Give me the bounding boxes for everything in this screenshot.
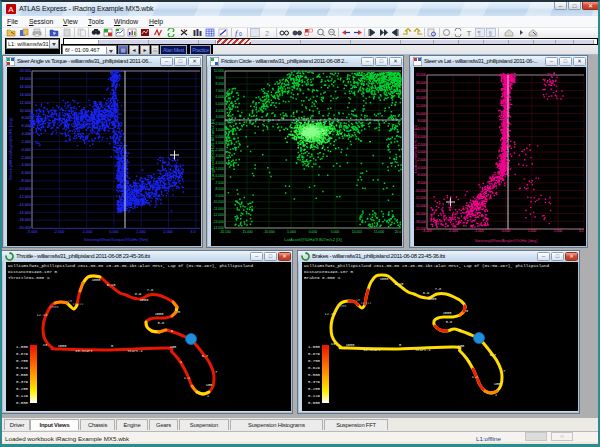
svg-text:20.000: 20.000 bbox=[416, 73, 426, 77]
svg-text:-9.000: -9.000 bbox=[214, 194, 224, 198]
svg-text:4.000: 4.000 bbox=[216, 109, 225, 113]
svg-text:5: 5 bbox=[466, 309, 468, 313]
svg-text:8.000: 8.000 bbox=[21, 116, 31, 120]
svg-text:-5.000: -5.000 bbox=[214, 167, 224, 171]
svg-text:6: 6 bbox=[459, 328, 461, 332]
svg-text:0.879: 0.879 bbox=[308, 352, 321, 356]
svg-text:-16.000: -16.000 bbox=[415, 212, 427, 216]
svg-text:-5.000: -5.000 bbox=[286, 230, 296, 234]
svg-text:15.000: 15.000 bbox=[374, 230, 384, 234]
svg-text:16.000: 16.000 bbox=[416, 89, 426, 93]
svg-text:Start-1: Start-1 bbox=[127, 349, 142, 353]
svg-text:13: 13 bbox=[331, 342, 335, 346]
svg-text:0.129: 0.129 bbox=[308, 394, 321, 398]
svg-text:¶: ¶ bbox=[478, 30, 481, 36]
svg-text:7: 7 bbox=[215, 370, 217, 374]
svg-text:0.879: 0.879 bbox=[16, 352, 29, 356]
svg-text:-18.000: -18.000 bbox=[18, 218, 31, 222]
svg-text:1.000: 1.000 bbox=[308, 345, 321, 349]
svg-text:10-11: 10-11 bbox=[73, 302, 84, 306]
svg-text:10: 10 bbox=[68, 299, 72, 303]
svg-text:7-8: 7-8 bbox=[147, 288, 153, 292]
svg-text:10.000: 10.000 bbox=[416, 112, 426, 116]
svg-text:A: A bbox=[8, 5, 14, 14]
svg-text:-15.000: -15.000 bbox=[241, 230, 253, 234]
svg-text:-8.000: -8.000 bbox=[20, 179, 31, 183]
svg-text:2.000: 2.000 bbox=[216, 122, 225, 126]
svg-text:7.000: 7.000 bbox=[216, 89, 225, 93]
svg-text:T: T bbox=[467, 29, 472, 38]
svg-text:Throttle=1.000 %: Throttle=1.000 % bbox=[8, 275, 50, 280]
svg-text:-10.000: -10.000 bbox=[263, 230, 275, 234]
svg-text:9-10: 9-10 bbox=[107, 283, 116, 287]
svg-text:-1.000: -1.000 bbox=[214, 141, 224, 145]
svg-text:5-6: 5-6 bbox=[158, 321, 164, 325]
svg-text:1: 1 bbox=[468, 359, 470, 363]
svg-text:-2.000: -2.000 bbox=[214, 148, 224, 152]
svg-text:-18.000: -18.000 bbox=[415, 220, 427, 224]
svg-text:5-6: 5-6 bbox=[446, 320, 452, 324]
svg-text:6-7: 6-7 bbox=[490, 353, 496, 357]
svg-text:4.000: 4.000 bbox=[21, 132, 31, 136]
svg-text:1.000: 1.000 bbox=[16, 345, 29, 349]
svg-text:9-10: 9-10 bbox=[395, 282, 404, 286]
svg-text:2.000: 2.000 bbox=[163, 230, 173, 234]
svg-text:0.000: 0.000 bbox=[502, 229, 511, 233]
svg-text:4.000: 4.000 bbox=[418, 135, 427, 139]
svg-text:SteeringWheelAngle@50Hz [deg]: SteeringWheelAngle@50Hz [deg] bbox=[8, 118, 13, 181]
svg-text:2: 2 bbox=[207, 394, 209, 398]
svg-text:5.000: 5.000 bbox=[331, 230, 340, 234]
svg-text:-6.000: -6.000 bbox=[20, 171, 31, 175]
svg-text:-3.000: -3.000 bbox=[422, 229, 432, 233]
svg-text:0.379: 0.379 bbox=[308, 380, 321, 384]
svg-text:williamsfw31_phillipisland 201: williamsfw31_phillipisland 2011-06-08 23… bbox=[8, 263, 253, 268]
svg-text:3.0: 3.0 bbox=[579, 229, 584, 233]
svg-text:-16.000: -16.000 bbox=[18, 211, 31, 215]
svg-text:0.000: 0.000 bbox=[309, 230, 318, 234]
svg-text:10.000: 10.000 bbox=[214, 69, 224, 73]
svg-text:7-8: 7-8 bbox=[435, 287, 441, 291]
svg-text:-10.000: -10.000 bbox=[213, 200, 225, 204]
svg-text:3.000: 3.000 bbox=[216, 115, 225, 119]
svg-text:-8.000: -8.000 bbox=[416, 181, 426, 185]
svg-text:1.000: 1.000 bbox=[528, 229, 537, 233]
svg-text:-14.000: -14.000 bbox=[18, 203, 31, 207]
svg-text:Distance=1498.107 m: Distance=1498.107 m bbox=[8, 269, 57, 274]
svg-text:0.629: 0.629 bbox=[16, 366, 29, 370]
svg-text:2000: 2000 bbox=[155, 312, 164, 316]
svg-text:13-Start: 13-Start bbox=[75, 349, 92, 353]
svg-text:Brake= 0.000 %: Brake= 0.000 % bbox=[304, 275, 341, 280]
svg-text:20.000: 20.000 bbox=[19, 69, 31, 73]
svg-text:13-Start: 13-Start bbox=[363, 348, 380, 352]
svg-text:-12.000: -12.000 bbox=[213, 213, 225, 217]
svg-text:7: 7 bbox=[503, 369, 505, 373]
svg-text:-3.000: -3.000 bbox=[27, 230, 38, 234]
svg-text:1.000: 1.000 bbox=[216, 128, 225, 132]
svg-text:-10.000: -10.000 bbox=[415, 189, 427, 193]
svg-text:6-7: 6-7 bbox=[202, 354, 208, 358]
svg-text:-14.000: -14.000 bbox=[415, 204, 427, 208]
svg-text:1000: 1000 bbox=[428, 297, 437, 301]
svg-text:-2.000: -2.000 bbox=[20, 156, 31, 160]
svg-text:1-2: 1-2 bbox=[472, 375, 478, 379]
svg-text:0.000: 0.000 bbox=[418, 150, 427, 154]
svg-text:1000: 1000 bbox=[346, 343, 355, 347]
svg-text:0.000: 0.000 bbox=[21, 148, 31, 152]
svg-text:12.000: 12.000 bbox=[416, 104, 426, 108]
svg-text:5.000: 5.000 bbox=[216, 102, 225, 106]
svg-text:18.000: 18.000 bbox=[416, 81, 426, 85]
svg-text:6.000: 6.000 bbox=[216, 95, 225, 99]
svg-text:-6.000: -6.000 bbox=[214, 174, 224, 178]
svg-text:2: 2 bbox=[265, 29, 269, 38]
svg-text:0.629: 0.629 bbox=[308, 366, 321, 370]
svg-text:8-9: 8-9 bbox=[423, 291, 429, 295]
svg-text:1.000: 1.000 bbox=[136, 230, 146, 234]
svg-text:0.250: 0.250 bbox=[16, 387, 29, 391]
svg-text:16.000: 16.000 bbox=[19, 85, 31, 89]
svg-text:LatAccel@50Hz/9.807m/s2 [G]: LatAccel@50Hz/9.807m/s2 [G] bbox=[284, 237, 342, 242]
svg-text:2000: 2000 bbox=[443, 311, 452, 315]
svg-text:2: 2 bbox=[495, 393, 497, 397]
svg-text:0: 0 bbox=[399, 343, 401, 347]
svg-text:18.000: 18.000 bbox=[19, 77, 31, 81]
svg-text:-4.000: -4.000 bbox=[214, 161, 224, 165]
